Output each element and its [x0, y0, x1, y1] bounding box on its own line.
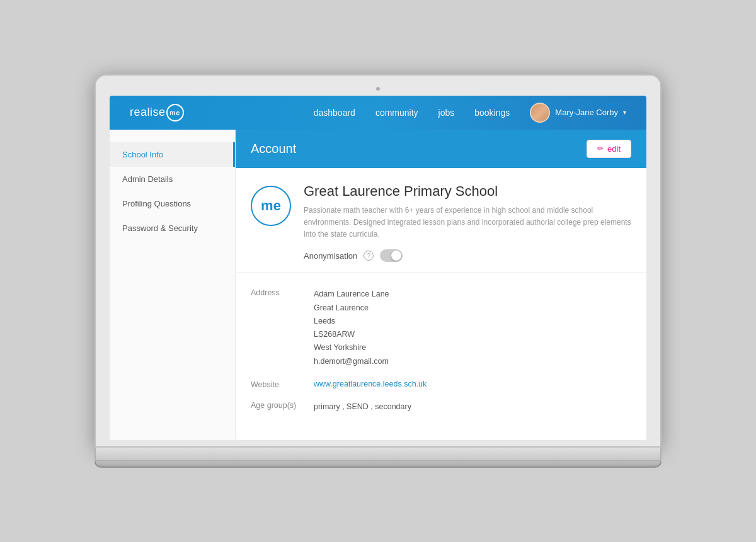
school-logo: me	[251, 186, 291, 226]
website-link[interactable]: www.greatlaurence.leeds.sch.uk	[314, 380, 427, 388]
anonymisation-row: Anonymisation ?	[304, 249, 631, 262]
laptop-container: realise me dashboard community jobs book…	[94, 74, 662, 468]
nav-bar: realise me dashboard community jobs book…	[110, 96, 646, 130]
age-groups-row: Age group(s) primary , SEND , secondary	[251, 400, 631, 414]
laptop-foot	[94, 461, 662, 468]
help-icon[interactable]: ?	[364, 251, 374, 261]
sidebar-item-password-security[interactable]: Password & Security	[110, 216, 235, 240]
screen-bezel: realise me dashboard community jobs book…	[94, 74, 662, 448]
sidebar-item-profiling-questions[interactable]: Profiling Questions	[110, 191, 235, 216]
address-email: h.demort@gmail.com	[314, 355, 389, 368]
nav-link-bookings[interactable]: bookings	[474, 108, 510, 118]
address-value: Adam Laurence Lane Great Laurence Leeds …	[314, 288, 389, 368]
profile-info: Great Laurence Primary School Passionate…	[304, 183, 631, 263]
address-line-3: Leeds	[314, 315, 389, 328]
nav-link-dashboard[interactable]: dashboard	[314, 108, 355, 118]
nav-link-jobs[interactable]: jobs	[438, 108, 455, 118]
age-groups-value: primary , SEND , secondary	[314, 400, 411, 414]
details-section: Address Adam Laurence Lane Great Laurenc…	[236, 273, 646, 440]
profile-section: me Great Laurence Primary School Passion…	[236, 168, 646, 273]
website-label: Website	[251, 380, 314, 389]
main-content: Account ✏ edit me Great Laurence Primary…	[236, 130, 646, 440]
anonymisation-label: Anonymisation	[304, 251, 357, 261]
school-bio: Passionate math teacher with 6+ years of…	[304, 205, 631, 241]
sidebar: School Info Admin Details Profiling Ques…	[110, 130, 236, 440]
nav-username: Mary-Jane Corby	[555, 108, 618, 117]
sidebar-item-admin-details[interactable]: Admin Details	[110, 167, 235, 191]
laptop-screen: realise me dashboard community jobs book…	[110, 96, 646, 440]
pencil-icon: ✏	[597, 144, 604, 153]
nav-logo: realise me	[130, 104, 184, 121]
page-body: School Info Admin Details Profiling Ques…	[110, 130, 646, 440]
logo-me-circle: me	[166, 104, 184, 121]
address-label: Address	[251, 288, 314, 297]
logo-text: realise	[130, 106, 166, 119]
nav-user-menu[interactable]: Mary-Jane Corby ▾	[530, 103, 626, 123]
account-title: Account	[251, 142, 296, 156]
account-header: Account ✏ edit	[236, 130, 646, 168]
nav-links: dashboard community jobs bookings Mary-J…	[314, 103, 626, 123]
school-name: Great Laurence Primary School	[304, 183, 631, 200]
profile-logo-me-text: me	[261, 198, 281, 214]
address-row: Address Adam Laurence Lane Great Laurenc…	[251, 288, 631, 368]
address-line-2: Great Laurence	[314, 302, 389, 315]
nav-link-community[interactable]: community	[375, 108, 418, 118]
avatar-face	[531, 104, 549, 121]
age-groups-label: Age group(s)	[251, 400, 314, 410]
chevron-down-icon: ▾	[623, 109, 626, 116]
avatar	[530, 103, 550, 123]
laptop-base	[94, 448, 662, 461]
edit-button[interactable]: ✏ edit	[587, 140, 631, 158]
sidebar-item-school-info[interactable]: School Info	[110, 142, 235, 167]
laptop-camera	[376, 87, 380, 91]
address-line-5: West Yorkshire	[314, 341, 389, 354]
address-line-1: Adam Laurence Lane	[314, 288, 389, 301]
address-line-4: LS268ARW	[314, 328, 389, 341]
anonymisation-toggle[interactable]	[380, 249, 403, 262]
edit-label: edit	[607, 144, 621, 154]
website-row: Website www.greatlaurence.leeds.sch.uk	[251, 380, 631, 389]
